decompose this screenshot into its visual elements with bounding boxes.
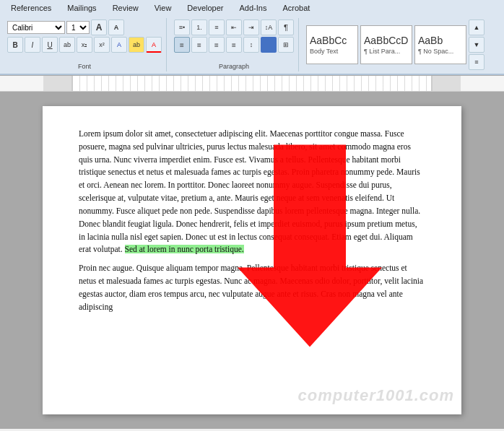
- ruler: [0, 76, 504, 92]
- underline-button[interactable]: U: [42, 37, 58, 53]
- document-page: Lorem ipsum dolor sit amet, consectetuer…: [43, 106, 461, 414]
- tab-addins[interactable]: Add-Ins: [232, 0, 275, 16]
- paragraph-marks-button[interactable]: ¶: [278, 19, 294, 35]
- bullets-button[interactable]: ≡•: [174, 19, 190, 35]
- style-no-spacing[interactable]: AaBb ¶ No Spac...: [414, 25, 466, 64]
- paragraph-group-label: Paragraph: [219, 61, 249, 70]
- numbering-button[interactable]: 1.: [191, 19, 207, 35]
- superscript-button[interactable]: x²: [94, 37, 110, 53]
- style-body-text[interactable]: AaBbCc Body Text: [306, 25, 358, 64]
- font-group-label: Font: [78, 61, 91, 70]
- paragraph-controls: ≡• 1. ≡ ⇤ ⇥ ↕A ¶ ≡ ≡ ≡ ≡ ↕ ⊞: [174, 19, 294, 53]
- styles-scroll: AaBbCc Body Text AaBbCcD ¶ List Para... …: [306, 19, 485, 70]
- tab-view[interactable]: View: [147, 0, 180, 16]
- style-preview-3: AaBb: [418, 35, 443, 46]
- strikethrough-button[interactable]: ab: [59, 37, 75, 53]
- tab-developer[interactable]: Developer: [179, 0, 231, 16]
- paragraph-2: Proin nec augue. Quisque aliquam tempor …: [79, 262, 425, 313]
- justify-button[interactable]: ≡: [226, 37, 242, 53]
- align-left-button[interactable]: ≡: [174, 37, 190, 53]
- style-label-3: ¶ No Spac...: [418, 48, 453, 55]
- ribbon-tabs: References Mailings Review View Develope…: [0, 0, 504, 16]
- ruler-inner: [72, 76, 432, 91]
- paragraph-1: Lorem ipsum dolor sit amet, consectetuer…: [79, 128, 425, 256]
- font-name-select[interactable]: Calibri: [7, 21, 65, 34]
- font-controls: Calibri 11 A A B I U ab x₂ x²: [7, 19, 162, 53]
- highlighted-sentence: Sed at lorem in nunc porta tristique.: [125, 245, 244, 253]
- sort-button[interactable]: ↕A: [261, 19, 277, 35]
- text-effects-button[interactable]: A: [111, 37, 127, 53]
- tab-acrobat[interactable]: Acrobat: [274, 0, 318, 16]
- styles-down-button[interactable]: ▼: [469, 37, 485, 53]
- watermark: computer1001.com: [297, 383, 454, 407]
- styles-more-button[interactable]: ≡: [469, 54, 485, 70]
- font-group: Calibri 11 A A B I U ab x₂ x²: [3, 18, 167, 71]
- font-color-button[interactable]: A: [146, 37, 162, 53]
- ruler-right-margin: [432, 76, 461, 91]
- styles-nav-buttons: ▲ ▼ ≡: [469, 19, 485, 70]
- grow-font-button[interactable]: A: [91, 19, 107, 35]
- ribbon-toolbar: Calibri 11 A A B I U ab x₂ x²: [0, 16, 504, 75]
- align-right-button[interactable]: ≡: [209, 37, 225, 53]
- font-selectors: Calibri 11 A A B I U ab x₂ x²: [7, 19, 162, 53]
- style-preview-1: AaBbCc: [310, 35, 347, 46]
- bold-button[interactable]: B: [7, 37, 23, 53]
- ruler-left-margin: [43, 76, 72, 91]
- borders-button[interactable]: ⊞: [278, 37, 294, 53]
- style-list-para[interactable]: AaBbCcD ¶ List Para...: [360, 25, 412, 64]
- styles-group: AaBbCc Body Text AaBbCcD ¶ List Para... …: [302, 18, 501, 71]
- style-label-2: ¶ List Para...: [364, 48, 400, 55]
- document-area: Lorem ipsum dolor sit amet, consectetuer…: [0, 92, 504, 429]
- style-preview-2: AaBbCcD: [364, 35, 408, 46]
- style-label-1: Body Text: [310, 48, 338, 55]
- align-buttons-row: ≡ ≡ ≡ ≡ ↕ ⊞: [174, 37, 294, 53]
- list-buttons-row: ≡• 1. ≡ ⇤ ⇥ ↕A ¶: [174, 19, 294, 35]
- font-name-row: Calibri 11 A A: [7, 19, 162, 35]
- line-spacing-button[interactable]: ↕: [243, 37, 259, 53]
- font-format-row: B I U ab x₂ x² A ab A: [7, 37, 162, 53]
- ruler-ticks: [73, 76, 431, 91]
- styles-up-button[interactable]: ▲: [469, 19, 485, 35]
- paragraph-group: ≡• 1. ≡ ⇤ ⇥ ↕A ¶ ≡ ≡ ≡ ≡ ↕ ⊞: [170, 18, 299, 71]
- decrease-indent-button[interactable]: ⇤: [226, 19, 242, 35]
- highlight-button[interactable]: ab: [129, 37, 144, 53]
- tab-review[interactable]: Review: [105, 0, 147, 16]
- italic-button[interactable]: I: [25, 37, 40, 53]
- tab-references[interactable]: References: [3, 0, 59, 16]
- multilevel-list-button[interactable]: ≡: [209, 19, 225, 35]
- shading-button[interactable]: [261, 37, 277, 53]
- document-text: Lorem ipsum dolor sit amet, consectetuer…: [79, 128, 425, 313]
- subscript-button[interactable]: x₂: [77, 37, 92, 53]
- shrink-font-button[interactable]: A: [108, 19, 124, 35]
- tab-mailings[interactable]: Mailings: [59, 0, 104, 16]
- align-center-button[interactable]: ≡: [191, 37, 207, 53]
- font-size-select[interactable]: 11: [66, 21, 90, 34]
- increase-indent-button[interactable]: ⇥: [243, 19, 259, 35]
